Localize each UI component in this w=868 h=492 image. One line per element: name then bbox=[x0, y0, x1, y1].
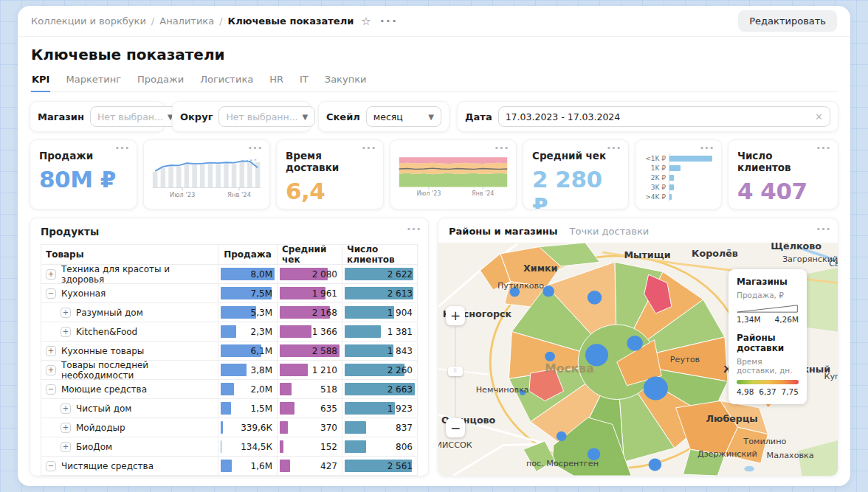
expand-row-button[interactable]: + bbox=[46, 269, 56, 280]
expand-row-button[interactable]: + bbox=[61, 442, 71, 452]
check-bar bbox=[280, 440, 283, 453]
map-zoom-handle[interactable]: ⠿ bbox=[448, 367, 463, 376]
svg-text:Немчиновка: Немчиновка bbox=[476, 385, 529, 395]
map-canvas[interactable]: Химки Путилково Мытищи Королёв Загорянск… bbox=[438, 243, 838, 476]
dist-category-label: 1K ₽ bbox=[641, 164, 666, 172]
products-table-body: +Техника для красоты и здоровья8,0М2 080… bbox=[41, 265, 418, 477]
column-header-check[interactable]: Средний чек bbox=[278, 245, 342, 264]
table-row[interactable]: −Моющие средства2,0М5182 663 bbox=[41, 380, 418, 399]
card-menu-icon[interactable]: ··· bbox=[248, 142, 263, 155]
breadcrumb-menu-icon[interactable]: ··· bbox=[380, 14, 398, 28]
dashboard-window: Коллекции и воркбуки / Аналитика / Ключе… bbox=[18, 6, 850, 486]
sales-value: 134,5К bbox=[241, 437, 272, 456]
map-zoom-out-button[interactable]: − bbox=[446, 418, 465, 437]
check-cell: 1 210 bbox=[278, 361, 342, 379]
expand-row-button[interactable]: + bbox=[46, 365, 56, 375]
store-marker[interactable] bbox=[644, 377, 668, 401]
dist-category-label: 3K ₽ bbox=[641, 184, 666, 191]
column-header-clients[interactable]: Число клиентов bbox=[342, 245, 418, 264]
product-name: Разумный дом bbox=[76, 308, 143, 318]
store-marker[interactable] bbox=[588, 291, 602, 305]
tab-hr[interactable]: HR bbox=[269, 69, 284, 91]
sales-cell: 7,5М bbox=[218, 284, 278, 302]
check-value: 635 bbox=[320, 399, 337, 417]
color-scale-gradient bbox=[737, 380, 799, 384]
tab-marketing[interactable]: Маркетинг bbox=[65, 69, 122, 91]
check-cell: 635 bbox=[278, 399, 342, 417]
table-row[interactable]: +Товары последней необходимости3,8М1 210… bbox=[41, 361, 418, 380]
store-marker[interactable] bbox=[542, 285, 554, 297]
store-marker[interactable] bbox=[649, 458, 662, 471]
clients-cell: 1 904 bbox=[342, 303, 418, 322]
clients-metric-card: ··· Число клиентов 4 407 bbox=[728, 139, 838, 209]
card-menu-icon[interactable]: ··· bbox=[115, 142, 130, 155]
delivery-trend-chart: Июл '23 Янв '24 bbox=[398, 145, 509, 206]
expand-row-button[interactable]: + bbox=[61, 308, 71, 318]
column-header-goods[interactable]: Товары bbox=[41, 245, 218, 264]
table-row[interactable]: +Мойдодыр339,6К370837 bbox=[41, 418, 418, 437]
collapse-row-button[interactable]: − bbox=[46, 288, 56, 299]
clear-date-icon[interactable]: ✕ bbox=[815, 111, 823, 122]
favorite-star-icon[interactable]: ☆ bbox=[361, 15, 371, 28]
dist-bar-track bbox=[669, 192, 715, 201]
scale-select[interactable]: месяц ▼ bbox=[366, 106, 441, 127]
tab-kpi[interactable]: KPI bbox=[31, 69, 50, 92]
breadcrumb-collections[interactable]: Коллекции и воркбуки bbox=[31, 15, 146, 27]
table-row[interactable]: +Kitchen&Food2,3М1 3661 381 bbox=[41, 322, 418, 342]
table-row[interactable]: +Чистый дом1,5М6351 923 bbox=[41, 399, 418, 418]
svg-text:Купавна: Купавна bbox=[824, 372, 838, 381]
product-name: БиоДом bbox=[76, 442, 112, 452]
check-bar bbox=[280, 460, 290, 472]
map-panel: Районы и магазины Точки доставки ··· bbox=[438, 218, 838, 477]
edit-button[interactable]: Редактировать bbox=[738, 10, 837, 32]
column-header-sales[interactable]: Продажа bbox=[218, 245, 278, 264]
table-row[interactable]: −Кухонная7,5М1 9612 613 bbox=[41, 284, 418, 303]
store-marker[interactable] bbox=[557, 432, 567, 441]
table-row[interactable]: +Разумный дом5,3М2 1681 904 bbox=[41, 303, 418, 322]
card-menu-icon[interactable]: ··· bbox=[607, 142, 621, 155]
dist-row: 3K ₽ bbox=[641, 182, 715, 192]
product-name-cell: +Кухонные товары bbox=[41, 342, 218, 360]
card-menu-icon[interactable]: ··· bbox=[495, 142, 509, 155]
map-tab-delivery-points[interactable]: Точки доставки bbox=[570, 226, 650, 237]
filter-scale-label: Скейл bbox=[326, 111, 360, 122]
clients-value: 806 bbox=[396, 437, 413, 456]
table-row[interactable]: +Техника для красоты и здоровья8,0М2 080… bbox=[41, 265, 418, 284]
tab-sales[interactable]: Продажи bbox=[137, 69, 185, 91]
breadcrumb-analytics[interactable]: Аналитика bbox=[159, 15, 214, 27]
expand-row-button[interactable]: + bbox=[61, 423, 71, 433]
table-row[interactable]: +Кухонные товары6,1М2 5881 843 bbox=[41, 342, 418, 361]
tab-it[interactable]: IT bbox=[299, 69, 309, 91]
clients-cell: 837 bbox=[342, 418, 418, 437]
card-menu-icon[interactable]: ··· bbox=[407, 223, 421, 236]
map-zoom-in-button[interactable]: + bbox=[446, 306, 465, 325]
expand-row-button[interactable]: + bbox=[46, 346, 56, 356]
filter-date-label: Дата bbox=[465, 111, 492, 122]
table-row[interactable]: +Городской драйв1,0М6091 403 bbox=[41, 476, 418, 477]
okrug-select[interactable]: Нет выбранн... ▼ bbox=[218, 106, 315, 127]
check-value: 2 168 bbox=[312, 303, 337, 322]
tab-logistics[interactable]: Логистика bbox=[199, 69, 254, 91]
clients-bar bbox=[345, 344, 393, 357]
expand-row-button[interactable]: + bbox=[61, 327, 71, 337]
page-title: Ключевые показатели bbox=[31, 46, 837, 63]
collapse-row-button[interactable]: − bbox=[46, 461, 56, 471]
legend-districts-title: Районы доставки bbox=[737, 333, 799, 353]
date-range-input[interactable]: 17.03.2023 - 17.03.2024 ✕ bbox=[498, 106, 830, 127]
collapse-row-button[interactable]: − bbox=[46, 384, 56, 395]
store-marker[interactable] bbox=[545, 352, 555, 361]
check-cell: 152 bbox=[278, 437, 342, 456]
tab-procurement[interactable]: Закупки bbox=[324, 69, 368, 91]
table-row[interactable]: −Чистящие средства1,6М4272 561 bbox=[41, 457, 418, 476]
sales-bar bbox=[221, 402, 231, 415]
expand-row-button[interactable]: + bbox=[61, 403, 71, 414]
card-menu-icon[interactable]: ··· bbox=[700, 142, 714, 155]
card-menu-icon[interactable]: ··· bbox=[816, 142, 831, 155]
dist-category-label: 2K ₽ bbox=[641, 174, 666, 181]
table-row[interactable]: +БиоДом134,5К152806 bbox=[41, 437, 418, 457]
card-menu-icon[interactable]: ··· bbox=[816, 223, 831, 236]
store-select[interactable]: Нет выбран... ▼ bbox=[90, 106, 181, 127]
map-tab-districts-stores[interactable]: Районы и магазины bbox=[449, 226, 558, 237]
card-menu-icon[interactable]: ··· bbox=[362, 142, 376, 155]
store-marker[interactable] bbox=[627, 336, 642, 351]
